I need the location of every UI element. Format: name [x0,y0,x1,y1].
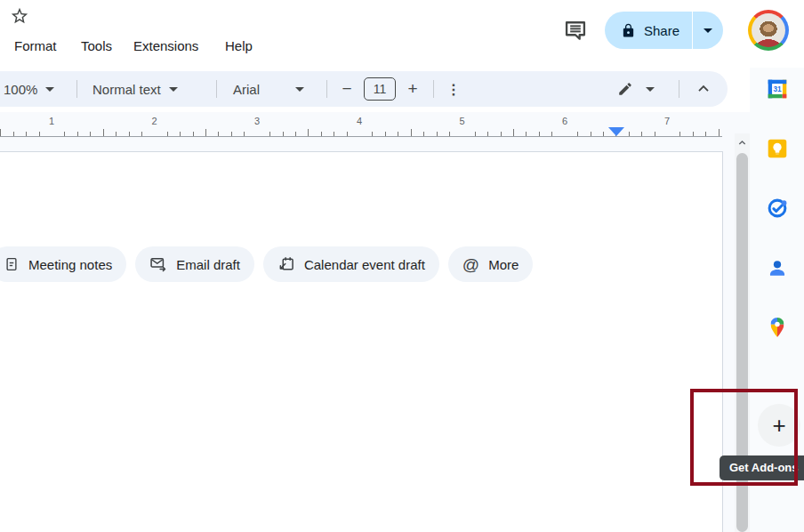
chevron-down-icon [295,87,304,92]
menu-tools[interactable]: Tools [81,38,112,54]
toolbar-divider [679,80,679,98]
chip-calendar-event-draft[interactable]: Calendar event draft [263,246,439,282]
menu-extensions[interactable]: Extensions [133,38,198,54]
ruler-mark: 6 [562,116,567,126]
chip-more[interactable]: @ More [448,246,533,282]
zoom-value: 100% [4,82,37,97]
sidebar-item-keep[interactable] [760,131,795,166]
open-comments-button[interactable] [561,16,590,44]
ruler-mark: 3 [254,116,260,126]
toolbar-divider [76,80,77,98]
svg-text:31: 31 [773,85,782,93]
sidebar-item-maps[interactable] [760,310,795,345]
header: Format Tools Extensions Help Share [0,0,804,68]
lock-icon [621,23,636,38]
star-favorite-button[interactable] [10,6,29,26]
editing-mode-select[interactable] [617,71,655,107]
hide-menus-button[interactable] [690,71,717,107]
toolbar-divider [433,80,434,98]
ruler-mark: 7 [664,116,670,126]
paragraph-style-select[interactable]: Normal text [92,71,178,107]
plus-icon: + [772,412,785,439]
font-size-input[interactable]: 11 [364,77,396,101]
share-button-group: Share [605,12,723,49]
chip-label: Meeting notes [28,257,112,272]
paragraph-style-value: Normal text [92,82,161,97]
email-draft-icon [149,255,167,273]
scroll-up-button[interactable] [735,133,750,151]
sidebar-item-contacts[interactable] [760,250,795,286]
calendar-icon: 31 [766,77,789,101]
document-page[interactable] [0,151,723,532]
get-addons-button[interactable]: + [758,404,800,447]
contacts-icon [766,256,789,279]
chevron-up-icon [737,138,747,148]
avatar-photo [752,13,785,47]
tasks-icon [766,197,789,220]
get-addons-tooltip: Get Add-ons [720,455,804,480]
share-dropdown-button[interactable] [693,12,723,49]
chevron-down-icon [646,87,655,92]
toolbar-divider [326,80,327,98]
right-indent-marker[interactable] [608,127,624,136]
chevron-down-icon [45,87,54,92]
kebab-icon: ⋮ [446,81,461,98]
chip-meeting-notes[interactable]: Meeting notes [0,246,126,282]
chip-label: Calendar event draft [304,257,425,272]
star-icon [10,6,29,26]
sidebar-item-tasks[interactable] [760,190,795,226]
share-button-label: Share [644,23,679,38]
minus-icon: − [342,79,351,99]
account-avatar[interactable] [748,10,789,51]
google-docs-window: Format Tools Extensions Help Share [0,0,804,532]
zoom-select[interactable]: 100% [4,71,54,107]
at-mention-icon: @ [462,256,479,273]
pen-icon [617,81,633,97]
share-button[interactable]: Share [605,12,692,49]
ruler-mark: 4 [357,116,362,126]
plus-icon: + [407,79,417,99]
ruler-mark: 2 [151,116,157,126]
toolbar-overflow-button[interactable]: ⋮ [443,71,464,107]
chip-label: More [488,257,519,272]
chevron-up-icon [695,80,712,98]
comment-icon [563,18,588,43]
font-value: Arial [233,82,260,97]
ruler-mark: 5 [459,116,464,126]
meeting-notes-icon [4,256,20,272]
keep-icon [766,137,789,160]
calendar-event-draft-icon [277,255,295,273]
chip-email-draft[interactable]: Email draft [135,246,254,282]
increase-font-size-button[interactable]: + [400,71,425,107]
sidebar-item-calendar[interactable]: 31 [760,71,795,107]
chevron-down-icon [169,87,178,92]
ruler-mark: 1 [49,116,54,126]
ruler: 1 2 3 4 5 6 7 [0,116,722,137]
chevron-down-icon [704,28,712,33]
decrease-font-size-button[interactable]: − [334,71,359,107]
menu-format[interactable]: Format [14,38,57,54]
maps-icon [766,316,789,339]
toolbar: 100% Normal text Arial − 11 + ⋮ [0,71,728,107]
toolbar-divider [216,80,217,98]
font-select[interactable]: Arial [233,71,304,107]
menu-help[interactable]: Help [225,38,253,54]
chip-label: Email draft [176,257,240,272]
suggestion-chips-row: Meeting notes Email draft Calendar event… [0,246,533,282]
